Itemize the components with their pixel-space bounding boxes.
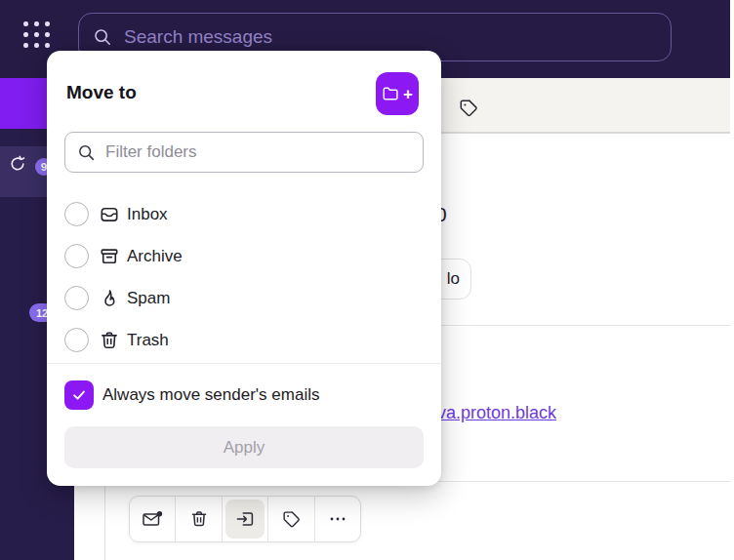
app-switcher-grid-icon[interactable]	[23, 21, 51, 49]
apply-button[interactable]: Apply	[64, 426, 424, 468]
folder-plus-icon	[382, 85, 401, 102]
message-toolbar	[129, 496, 361, 542]
label-button[interactable]	[267, 497, 313, 541]
trash-icon	[99, 330, 120, 351]
popup-title: Move to	[66, 82, 137, 103]
compose-button[interactable]	[0, 78, 47, 129]
move-to-button[interactable]	[222, 497, 267, 541]
folder-label: Inbox	[127, 205, 168, 224]
radio-unchecked[interactable]	[64, 202, 89, 226]
more-options-icon	[327, 509, 348, 529]
folder-option-trash[interactable]: Trash	[47, 319, 441, 361]
radio-unchecked[interactable]	[64, 328, 89, 352]
folder-option-inbox[interactable]: Inbox	[47, 193, 441, 235]
folder-label: Spam	[127, 289, 170, 308]
plus-glyph: +	[403, 86, 413, 102]
always-move-option[interactable]: Always move sender's emails	[64, 380, 319, 410]
fire-icon	[99, 288, 120, 309]
folder-option-spam[interactable]: Spam	[47, 277, 441, 319]
move-to-folder-icon	[234, 509, 256, 529]
folder-label: Archive	[127, 247, 183, 266]
move-to-popup: Move to + Inb	[47, 51, 441, 486]
mark-unread-button[interactable]	[130, 497, 175, 541]
search-icon	[93, 27, 112, 47]
filter-folders-input[interactable]	[105, 142, 411, 162]
trash-icon	[189, 509, 209, 529]
proton-mail-app: 9 12 0 lo va.proton.black	[0, 0, 734, 560]
radio-unchecked[interactable]	[64, 286, 89, 310]
checkmark-icon	[70, 386, 88, 404]
window-right-edge	[730, 0, 734, 560]
label-icon	[281, 509, 302, 530]
folder-option-archive[interactable]: Archive	[47, 235, 441, 277]
always-move-label: Always move sender's emails	[102, 385, 319, 405]
tag-icon[interactable]	[458, 98, 479, 119]
checked-checkbox[interactable]	[64, 380, 94, 410]
archive-icon	[99, 246, 120, 267]
more-options-button[interactable]	[314, 497, 360, 541]
refresh-icon[interactable]	[8, 154, 27, 174]
inbox-icon	[99, 204, 120, 225]
trash-button[interactable]	[175, 497, 221, 541]
create-folder-button[interactable]: +	[376, 72, 419, 115]
filter-folders-field[interactable]	[64, 132, 424, 173]
message-link[interactable]: va.proton.black	[437, 403, 556, 423]
filter-search-icon	[77, 143, 96, 162]
search-input[interactable]	[124, 26, 657, 48]
folder-list: Inbox Archive	[47, 193, 441, 361]
popup-divider	[47, 363, 441, 364]
radio-unchecked[interactable]	[64, 244, 89, 268]
folder-label: Trash	[127, 331, 169, 350]
mark-unread-icon	[141, 509, 164, 529]
